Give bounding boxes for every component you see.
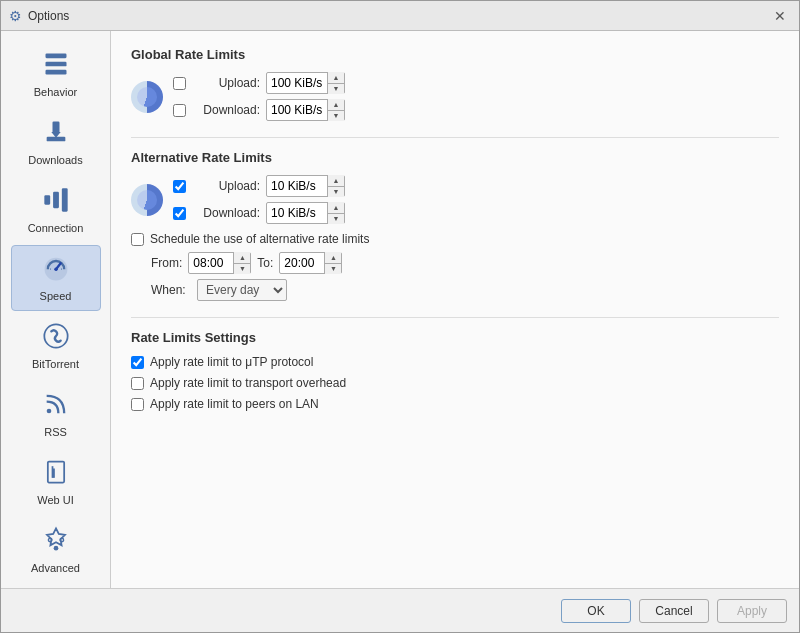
sidebar-item-behavior[interactable]: Behavior (11, 41, 101, 107)
to-up[interactable]: ▲ (325, 252, 341, 264)
global-upload-label: Upload: (192, 76, 260, 90)
lan-checkbox[interactable] (131, 398, 144, 411)
global-download-up[interactable]: ▲ (328, 99, 344, 111)
sidebar-item-webui[interactable]: Web UI (11, 449, 101, 515)
alt-tortoise-icon (131, 184, 163, 216)
apply-button[interactable]: Apply (717, 599, 787, 623)
when-label: When: (151, 283, 191, 297)
global-upload-row: Upload: ▲ ▼ (173, 72, 345, 94)
to-label: To: (257, 256, 273, 270)
rate-limits-title: Rate Limits Settings (131, 330, 779, 345)
svg-rect-15 (47, 462, 63, 483)
svg-rect-17 (52, 469, 54, 478)
svg-point-14 (46, 409, 51, 414)
downloads-icon (42, 118, 70, 150)
global-download-down[interactable]: ▼ (328, 111, 344, 122)
sidebar-label-webui: Web UI (37, 494, 73, 506)
sidebar-item-downloads[interactable]: Downloads (11, 109, 101, 175)
schedule-label: Schedule the use of alternative rate lim… (150, 232, 369, 246)
speed-icon (42, 254, 70, 286)
global-rate-rows: Upload: ▲ ▼ Dow (173, 72, 345, 121)
global-upload-down[interactable]: ▼ (328, 84, 344, 95)
sidebar-item-bittorrent[interactable]: BitTorrent (11, 313, 101, 379)
alt-rate-title: Alternative Rate Limits (131, 150, 779, 165)
global-upload-input[interactable] (267, 73, 327, 93)
utp-label: Apply rate limit to μTP protocol (150, 355, 313, 369)
connection-icon (42, 186, 70, 218)
transport-row: Apply rate limit to transport overhead (131, 376, 779, 390)
svg-rect-6 (53, 192, 59, 208)
svg-point-19 (48, 538, 52, 542)
alt-upload-checkbox[interactable] (173, 180, 186, 193)
alt-download-checkbox[interactable] (173, 207, 186, 220)
title-bar: ⚙ Options ✕ (1, 1, 799, 31)
alt-upload-up[interactable]: ▲ (328, 175, 344, 187)
sidebar-label-bittorrent: BitTorrent (32, 358, 79, 370)
utp-checkbox[interactable] (131, 356, 144, 369)
alt-upload-label: Upload: (192, 179, 260, 193)
svg-rect-2 (45, 70, 66, 75)
svg-point-18 (53, 546, 58, 551)
bottom-bar: OK Cancel Apply (1, 588, 799, 632)
alt-upload-input[interactable] (267, 176, 327, 196)
alt-download-label: Download: (192, 206, 260, 220)
global-download-checkbox[interactable] (173, 104, 186, 117)
svg-rect-7 (61, 188, 67, 211)
from-down[interactable]: ▼ (234, 264, 250, 275)
to-spinbox: ▲ ▼ (279, 252, 342, 274)
when-select[interactable]: Every day Weekdays Weekends (197, 279, 287, 301)
behavior-icon (42, 50, 70, 82)
svg-rect-5 (44, 195, 50, 204)
main-panel: Global Rate Limits Upload: (111, 31, 799, 588)
global-upload-spinbox: ▲ ▼ (266, 72, 345, 94)
alt-download-up[interactable]: ▲ (328, 202, 344, 214)
transport-checkbox[interactable] (131, 377, 144, 390)
sidebar-item-rss[interactable]: RSS (11, 381, 101, 447)
cancel-button[interactable]: Cancel (639, 599, 709, 623)
window-icon: ⚙ (9, 8, 22, 24)
global-download-label: Download: (192, 103, 260, 117)
global-download-spinbox: ▲ ▼ (266, 99, 345, 121)
alt-download-input[interactable] (267, 203, 327, 223)
sidebar-label-downloads: Downloads (28, 154, 82, 166)
utp-row: Apply rate limit to μTP protocol (131, 355, 779, 369)
rate-limits-settings-section: Rate Limits Settings Apply rate limit to… (131, 330, 779, 411)
sidebar-label-advanced: Advanced (31, 562, 80, 574)
global-tortoise-icon (131, 81, 163, 113)
from-to-row: From: ▲ ▼ To: ▲ ▼ (151, 252, 779, 274)
svg-rect-4 (52, 122, 59, 134)
alt-upload-down[interactable]: ▼ (328, 187, 344, 198)
close-button[interactable]: ✕ (769, 5, 791, 27)
options-window: ⚙ Options ✕ Behavior Downloads (0, 0, 800, 633)
sidebar: Behavior Downloads Connection (1, 31, 111, 588)
global-upload-checkbox[interactable] (173, 77, 186, 90)
ok-button[interactable]: OK (561, 599, 631, 623)
to-down[interactable]: ▼ (325, 264, 341, 275)
sidebar-item-advanced[interactable]: Advanced (11, 517, 101, 583)
svg-point-10 (54, 267, 58, 271)
svg-point-20 (60, 538, 64, 542)
sidebar-label-rss: RSS (44, 426, 67, 438)
global-upload-up[interactable]: ▲ (328, 72, 344, 84)
sidebar-item-connection[interactable]: Connection (11, 177, 101, 243)
svg-rect-0 (45, 54, 66, 59)
from-up[interactable]: ▲ (234, 252, 250, 264)
alt-download-row: Download: ▲ ▼ (173, 202, 345, 224)
lan-row: Apply rate limit to peers on LAN (131, 397, 779, 411)
alt-rate-limits-section: Alternative Rate Limits Upload: (131, 150, 779, 301)
to-input[interactable] (280, 253, 324, 273)
sidebar-item-speed[interactable]: Speed (11, 245, 101, 311)
global-rate-limits-section: Global Rate Limits Upload: (131, 47, 779, 121)
from-label: From: (151, 256, 182, 270)
schedule-checkbox[interactable] (131, 233, 144, 246)
global-rate-title: Global Rate Limits (131, 47, 779, 62)
svg-rect-1 (45, 62, 66, 67)
rss-icon (42, 390, 70, 422)
alt-download-spinbox: ▲ ▼ (266, 202, 345, 224)
bittorrent-icon (42, 322, 70, 354)
global-download-input[interactable] (267, 100, 327, 120)
alt-download-down[interactable]: ▼ (328, 214, 344, 225)
from-input[interactable] (189, 253, 233, 273)
lan-label: Apply rate limit to peers on LAN (150, 397, 319, 411)
advanced-icon (42, 526, 70, 558)
